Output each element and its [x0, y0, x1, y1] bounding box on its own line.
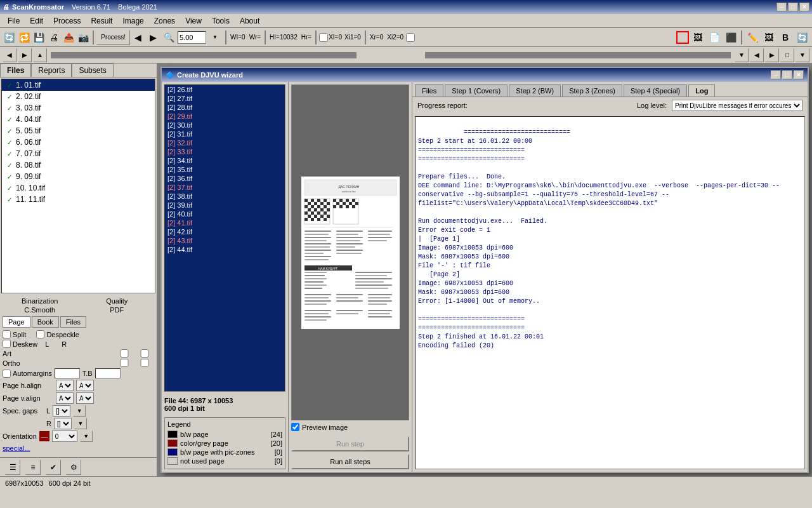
split-checkbox-label[interactable]: Split — [3, 330, 26, 338]
wizard-list-item[interactable]: [2] 42.tif — [165, 227, 285, 236]
wizard-list-item[interactable]: [2] 37.tif — [165, 183, 285, 192]
split-checkbox[interactable] — [3, 330, 11, 338]
spec-gaps-r-btn[interactable]: ▼ — [74, 418, 87, 429]
settings-icon[interactable]: ⚙ — [66, 460, 81, 475]
nav-right-button[interactable]: ▶ — [765, 48, 779, 62]
down-arrow-button[interactable]: ▼ — [735, 48, 749, 62]
menu-about[interactable]: About — [235, 15, 265, 27]
page-tab[interactable]: Page — [3, 316, 30, 328]
pencil-button[interactable]: ✏️ — [745, 30, 760, 45]
tb-input[interactable] — [95, 368, 121, 378]
file-list[interactable]: ✓ 1. 01.tif ✓ 2. 02.tif ✓ 3. 03.tif ✓ 4.… — [1, 79, 155, 293]
halign-select-b[interactable]: A — [76, 380, 94, 391]
tab-step1[interactable]: Step 1 (Covers) — [445, 84, 508, 97]
some-checked-icon[interactable]: ≡ — [25, 460, 41, 475]
wizard-list-item[interactable]: [2] 44.tif — [165, 245, 285, 254]
menu-image[interactable]: Image — [117, 15, 148, 27]
list-item[interactable]: ✓ 3. 03.tif — [2, 102, 155, 114]
step-fwd-button[interactable]: ▶ — [147, 30, 160, 45]
menu-process[interactable]: Process — [48, 15, 86, 27]
nav-left-button[interactable]: ◀ — [750, 48, 764, 62]
scan-button[interactable]: 📷 — [77, 30, 90, 45]
right-arrow-button[interactable]: ▶ — [18, 48, 32, 62]
menu-tools[interactable]: Tools — [207, 15, 235, 27]
list-item[interactable]: ✓ 9. 09.tif — [2, 171, 155, 182]
wizard-maximize-button[interactable]: □ — [782, 70, 792, 79]
wizard-list-item[interactable]: [2] 40.tif — [165, 210, 285, 218]
step-back-button[interactable]: ◀ — [131, 30, 145, 45]
spec-gaps-r-select[interactable]: [] — [54, 418, 72, 429]
zoom-input[interactable]: 5.00 — [178, 31, 206, 44]
wizard-list-item[interactable]: [2] 33.tif — [165, 147, 285, 156]
select-button[interactable]: □ — [780, 48, 794, 62]
valign-select-b[interactable]: A — [76, 392, 94, 404]
close-button[interactable]: ✕ — [799, 3, 809, 11]
export-button[interactable]: 📤 — [62, 30, 75, 45]
menu-view[interactable]: View — [180, 15, 207, 27]
deskew-checkbox-label[interactable]: Deskew — [3, 340, 37, 348]
menu-file[interactable]: File — [3, 15, 25, 27]
ortho-l-checkbox[interactable] — [115, 359, 134, 367]
tool3-button[interactable]: 📄 — [707, 30, 722, 45]
files-tab[interactable]: Files — [60, 316, 86, 328]
bold-button[interactable]: B — [778, 30, 793, 45]
wizard-list-item[interactable]: [2] 41.tif — [165, 218, 285, 227]
tab-reports[interactable]: Reports — [31, 64, 72, 77]
list-item[interactable]: ✓ 10. 10.tif — [2, 182, 155, 194]
automargins-label[interactable]: Automargins — [3, 370, 52, 378]
list-item[interactable]: ✓ 2. 02.tif — [2, 91, 155, 102]
wizard-list-item[interactable]: [2] 26.tif — [165, 85, 285, 94]
log-level-select[interactable]: Print DjvuLibre messages if error occure… — [672, 100, 802, 111]
run-step-button[interactable]: Run step — [291, 436, 409, 451]
dropdown-button[interactable]: ▼ — [796, 48, 809, 62]
tab-step2[interactable]: Step 2 (BW) — [509, 84, 561, 97]
wizard-list-item[interactable]: [2] 32.tif — [165, 138, 285, 147]
maximize-button[interactable]: □ — [788, 3, 798, 11]
log-textarea[interactable]: ============================ Step 2 star… — [415, 116, 805, 469]
h-scrollbar[interactable] — [51, 52, 731, 58]
menu-zones[interactable]: Zones — [149, 15, 180, 27]
print-button[interactable]: 🖨 — [47, 30, 60, 45]
wizard-list-item[interactable]: [2] 27.tif — [165, 94, 285, 103]
list-item[interactable]: ✓ 4. 04.tif — [2, 114, 155, 125]
special-link[interactable]: special... — [3, 444, 30, 452]
all-checked-icon[interactable]: ☰ — [5, 460, 20, 475]
automargins-checkbox[interactable] — [3, 370, 11, 378]
list-item[interactable]: ✓ 11. 11.tif — [2, 194, 155, 205]
zoom-in-button[interactable]: 🔍 — [161, 30, 176, 45]
wizard-list-item[interactable]: [2] 29.tif — [165, 112, 285, 121]
refresh-button[interactable]: 🔁 — [17, 30, 30, 45]
deskew-checkbox[interactable] — [3, 340, 11, 348]
wizard-list-item[interactable]: [2] 35.tif — [165, 165, 285, 174]
save-button[interactable]: 💾 — [32, 30, 46, 45]
wizard-list-item[interactable]: [2] 39.tif — [165, 201, 285, 210]
spec-gaps-l-btn[interactable]: ▼ — [73, 405, 86, 417]
tool4-button[interactable]: ⬛ — [723, 30, 738, 45]
preview-checkbox[interactable] — [291, 423, 299, 431]
wizard-list-item[interactable]: [2] 43.tif — [165, 236, 285, 245]
wizard-list-item[interactable]: [2] 28.tif — [165, 103, 285, 112]
ortho-r-checkbox[interactable] — [135, 359, 154, 367]
list-item[interactable]: ✓ 5. 05.tif — [2, 125, 155, 137]
menu-result[interactable]: Result — [86, 15, 117, 27]
orientation-select[interactable]: 0 — [52, 431, 77, 442]
tool1-button[interactable] — [676, 31, 689, 44]
wizard-minimize-button[interactable]: ─ — [771, 70, 781, 79]
h-scroll-thumb[interactable] — [357, 52, 424, 58]
xr-check[interactable] — [406, 33, 415, 42]
run-all-button[interactable]: Run all steps — [291, 454, 409, 469]
refresh2-button[interactable]: 🔄 — [794, 30, 809, 45]
check-all-icon[interactable]: ✔ — [46, 460, 61, 475]
automargins-input[interactable] — [55, 368, 80, 378]
despeckle-checkbox[interactable] — [36, 330, 44, 338]
tab-files[interactable]: Files — [415, 84, 443, 97]
wizard-list-item[interactable]: [2] 38.tif — [165, 192, 285, 201]
tab-log[interactable]: Log — [688, 84, 715, 97]
despeckle-checkbox-label[interactable]: Despeckle — [36, 330, 79, 338]
art-l-checkbox[interactable] — [115, 349, 134, 358]
tool2-button[interactable]: 🖼 — [690, 30, 705, 45]
list-item[interactable]: ✓ 7. 07.tif — [2, 148, 155, 159]
wizard-close-button[interactable]: ✕ — [794, 70, 804, 79]
menu-edit[interactable]: Edit — [25, 15, 48, 27]
wizard-list-item[interactable]: [2] 34.tif — [165, 156, 285, 165]
